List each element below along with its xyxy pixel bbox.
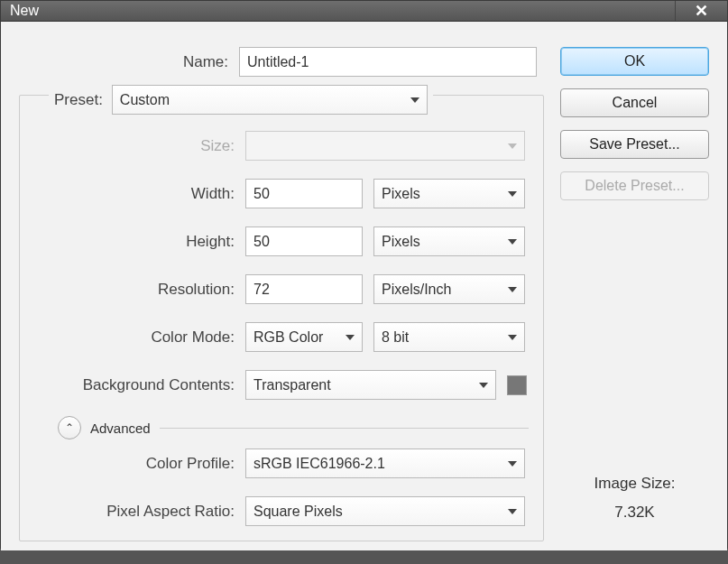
- preset-select[interactable]: Custom: [112, 85, 428, 115]
- resolution-input[interactable]: [245, 274, 363, 304]
- delete-preset-button: Delete Preset...: [560, 171, 709, 200]
- chevron-down-icon: [479, 383, 488, 388]
- color-profile-label: Color Profile:: [25, 455, 245, 473]
- resolution-unit-value: Pixels/Inch: [382, 282, 451, 298]
- width-label: Width:: [25, 185, 245, 203]
- chevron-down-icon: [508, 191, 517, 197]
- chevron-down-icon: [346, 335, 355, 340]
- height-unit-select[interactable]: Pixels: [373, 227, 525, 256]
- preset-group: Preset: Custom Size:: [19, 95, 544, 541]
- chevron-down-icon: [508, 335, 517, 340]
- color-profile-value: sRGB IEC61966-2.1: [253, 456, 385, 472]
- background-value: Transparent: [253, 377, 331, 393]
- pixel-aspect-select[interactable]: Square Pixels: [245, 496, 525, 526]
- advanced-toggle[interactable]: ⌃: [58, 416, 81, 439]
- name-input[interactable]: [239, 47, 537, 77]
- color-profile-select[interactable]: sRGB IEC61966-2.1: [245, 448, 525, 478]
- close-icon: ✕: [695, 1, 708, 21]
- pixel-aspect-label: Pixel Aspect Ratio:: [25, 503, 245, 521]
- chevron-up-icon: ⌃: [65, 421, 74, 434]
- chevron-down-icon: [508, 239, 517, 245]
- chevron-down-icon: [508, 461, 517, 467]
- resolution-unit-select[interactable]: Pixels/Inch: [373, 274, 525, 304]
- bit-depth-select[interactable]: 8 bit: [373, 322, 525, 352]
- window-title: New: [10, 3, 39, 19]
- divider: [160, 428, 529, 429]
- height-input[interactable]: [245, 227, 363, 256]
- resolution-label: Resolution:: [25, 281, 245, 299]
- new-document-dialog: New ✕ Name: Preset: Custom: [0, 0, 728, 549]
- name-label: Name:: [19, 53, 239, 71]
- close-button[interactable]: ✕: [675, 1, 727, 21]
- preset-value: Custom: [120, 92, 170, 108]
- ok-button[interactable]: OK: [560, 47, 709, 76]
- height-label: Height:: [25, 233, 245, 251]
- image-size-value: 7.32K: [560, 504, 709, 522]
- size-label: Size:: [25, 137, 245, 155]
- image-size-info: Image Size: 7.32K: [560, 475, 709, 522]
- background-label: Background Contents:: [25, 376, 245, 394]
- pixel-aspect-value: Square Pixels: [253, 504, 343, 520]
- advanced-label: Advanced: [90, 421, 151, 436]
- color-mode-value: RGB Color: [253, 329, 323, 346]
- dialog-body: Name: Preset: Custom Size:: [1, 22, 727, 550]
- background-color-swatch[interactable]: [507, 375, 527, 395]
- titlebar: New ✕: [1, 1, 727, 22]
- save-preset-button[interactable]: Save Preset...: [560, 130, 709, 159]
- preset-label: Preset:: [54, 91, 112, 109]
- height-unit-value: Pixels: [382, 234, 420, 250]
- main-column: Name: Preset: Custom Size:: [19, 47, 544, 541]
- bit-depth-value: 8 bit: [382, 329, 409, 346]
- chevron-down-icon: [508, 509, 517, 514]
- side-column: OK Cancel Save Preset... Delete Preset..…: [560, 47, 709, 541]
- width-unit-value: Pixels: [382, 186, 420, 202]
- cancel-button[interactable]: Cancel: [560, 88, 709, 117]
- background-select[interactable]: Transparent: [245, 370, 496, 400]
- size-select: [245, 131, 525, 161]
- width-unit-select[interactable]: Pixels: [373, 179, 525, 208]
- color-mode-select[interactable]: RGB Color: [245, 322, 363, 352]
- chevron-down-icon: [410, 97, 419, 103]
- color-mode-label: Color Mode:: [25, 328, 245, 347]
- width-input[interactable]: [245, 179, 363, 208]
- chevron-down-icon: [508, 143, 517, 149]
- image-size-label: Image Size:: [560, 475, 709, 493]
- chevron-down-icon: [508, 287, 517, 292]
